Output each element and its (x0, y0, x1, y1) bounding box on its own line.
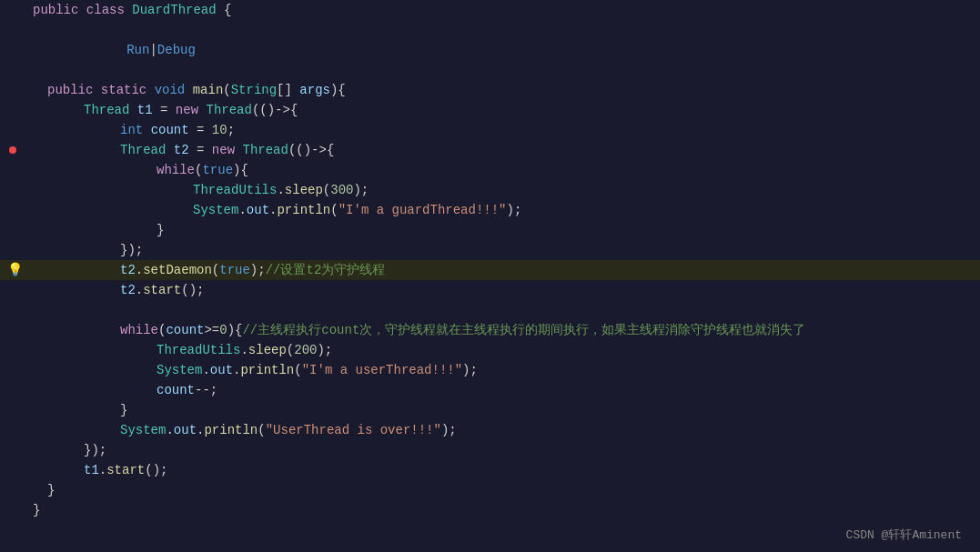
code-line: ThreadUtils.sleep(300); (0, 180, 980, 200)
code-content: t1.start(); (29, 460, 980, 480)
code-content: }); (29, 240, 980, 260)
code-content: System.out.println("I'm a userThread!!!"… (29, 360, 980, 380)
code-line: System.out.println("I'm a userThread!!!"… (0, 360, 980, 380)
code-line-empty (0, 300, 980, 320)
red-dot (9, 146, 16, 154)
code-line-highlighted: 💡 t2.setDaemon(true);//设置t2为守护线程 (0, 260, 980, 280)
code-line: count--; (0, 380, 980, 400)
code-line: ThreadUtils.sleep(200); (0, 340, 980, 360)
code-content: } (29, 500, 980, 520)
code-line: public static void main(String[] args){ (0, 80, 980, 100)
code-content: while(true){ (29, 160, 980, 180)
run-link[interactable]: Run (126, 43, 149, 57)
code-content: ThreadUtils.sleep(300); (29, 180, 980, 200)
code-line: System.out.println("UserThread is over!!… (0, 420, 980, 440)
code-content: System.out.println("I'm a guardThread!!!… (29, 200, 980, 220)
code-content: Thread t2 = new Thread(()->{ (29, 140, 980, 160)
code-line: public class DuardThread { (0, 0, 980, 20)
code-area: public class DuardThread { Run|Debug pub… (0, 0, 980, 552)
code-line: } (0, 480, 980, 500)
code-line: System.out.println("I'm a guardThread!!!… (0, 200, 980, 220)
code-content: t2.start(); (29, 280, 980, 300)
code-content: } (29, 480, 980, 500)
code-line: Thread t1 = new Thread(()->{ (0, 100, 980, 120)
code-content: ThreadUtils.sleep(200); (29, 340, 980, 360)
code-content: } (29, 220, 980, 240)
code-line: }); (0, 440, 980, 460)
code-line: while(true){ (0, 160, 980, 180)
code-content: public static void main(String[] args){ (29, 80, 980, 100)
code-content: public class DuardThread { (29, 0, 980, 20)
watermark: CSDN @轩轩Aminent (846, 527, 962, 543)
code-line-run-debug: Run|Debug (0, 20, 980, 80)
code-content: int count = 10; (29, 120, 980, 140)
code-content: t2.setDaemon(true);//设置t2为守护线程 (29, 260, 980, 280)
code-line: } (0, 500, 980, 520)
code-content: }); (29, 440, 980, 460)
editor-container: public class DuardThread { Run|Debug pub… (0, 0, 980, 552)
debug-link[interactable]: Debug (157, 43, 196, 57)
code-content (29, 300, 980, 320)
code-content: count--; (29, 380, 980, 400)
code-line: t2.start(); (0, 280, 980, 300)
code-line: } (0, 400, 980, 420)
code-line: }); (0, 240, 980, 260)
bulb-icon: 💡 (7, 260, 23, 280)
code-line: while(count>=0){//主线程执行count次，守护线程就在主线程执… (0, 320, 980, 340)
code-line: } (0, 220, 980, 240)
gutter-bulb: 💡 (7, 260, 29, 280)
code-content: Thread t1 = new Thread(()->{ (29, 100, 980, 120)
code-content: while(count>=0){//主线程执行count次，守护线程就在主线程执… (29, 320, 980, 340)
code-line: int count = 10; (0, 120, 980, 140)
code-content: System.out.println("UserThread is over!!… (29, 420, 980, 440)
run-debug-content[interactable]: Run|Debug (29, 20, 980, 80)
code-line: t1.start(); (0, 460, 980, 480)
code-line: Thread t2 = new Thread(()->{ (0, 140, 980, 160)
code-content: } (29, 400, 980, 420)
